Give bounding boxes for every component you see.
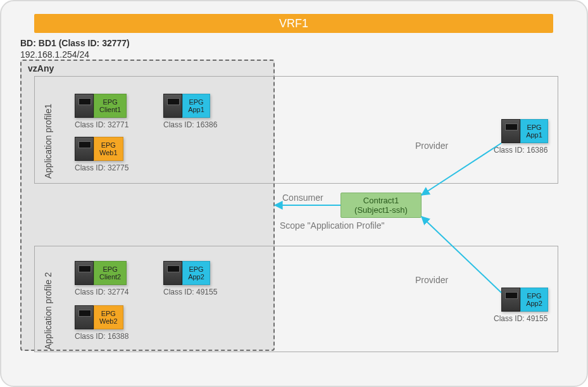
epg-app2-label: EPGApp2 — [182, 261, 210, 285]
consumer-label: Consumer — [282, 193, 323, 203]
epg-web1-label: EPGWeb1 — [94, 137, 123, 161]
epg-app2-classid: Class ID: 49155 — [163, 288, 217, 296]
contract-scope: Scope "Application Profile" — [280, 220, 385, 231]
epg-provider-app1-classid: Class ID: 16386 — [494, 146, 547, 155]
epg-client2-label: EPGClient2 — [94, 261, 127, 285]
ap1-label: Application profile1 — [43, 104, 53, 179]
server-icon — [163, 261, 182, 285]
epg-web1-classid: Class ID: 32775 — [75, 163, 128, 172]
epg-client1: EPGClient1 — [75, 94, 127, 118]
contract-name: Contract1 — [363, 196, 399, 205]
contract-box: Contract1 (Subject1-ssh) — [341, 193, 422, 218]
server-icon — [75, 261, 94, 285]
epg-app1-classid: Class ID: 16386 — [163, 120, 217, 129]
provider-label-1: Provider — [415, 141, 448, 151]
bd-subnet: 192.168.1.254/24 — [20, 49, 89, 60]
ap2-label: Application profile 2 — [43, 272, 53, 350]
server-icon — [163, 94, 182, 118]
vzany-label: vzAny — [28, 63, 54, 73]
bd-header: BD: BD1 (Class ID: 32777) — [20, 38, 130, 48]
server-icon — [75, 94, 94, 118]
server-icon — [501, 288, 520, 312]
server-icon — [501, 119, 520, 143]
epg-provider-app1: EPGApp1 — [501, 119, 548, 143]
epg-client1-label: EPGClient1 — [94, 94, 127, 118]
diagram-canvas: VRF1 BD: BD1 (Class ID: 32777) 192.168.1… — [0, 0, 588, 387]
epg-provider-app2-classid: Class ID: 49155 — [494, 314, 547, 323]
epg-client1-classid: Class ID: 32771 — [75, 120, 128, 129]
epg-web2-label: EPGWeb2 — [94, 305, 123, 329]
epg-provider-app2-label: EPGApp2 — [520, 288, 548, 312]
epg-client2-classid: Class ID: 32774 — [75, 288, 128, 296]
epg-app1: EPGApp1 — [163, 94, 210, 118]
server-icon — [75, 137, 94, 161]
contract-subject: (Subject1-ssh) — [354, 205, 408, 215]
epg-client2: EPGClient2 — [75, 261, 127, 285]
vrf-banner: VRF1 — [34, 14, 553, 33]
epg-app1-label: EPGApp1 — [182, 94, 210, 118]
provider-label-2: Provider — [415, 275, 448, 285]
epg-provider-app1-label: EPGApp1 — [520, 119, 548, 143]
epg-provider-app2: EPGApp2 — [501, 288, 548, 312]
epg-web2-classid: Class ID: 16388 — [75, 332, 128, 341]
epg-web2: EPGWeb2 — [75, 305, 123, 329]
server-icon — [75, 305, 94, 329]
epg-app2: EPGApp2 — [163, 261, 210, 285]
epg-web1: EPGWeb1 — [75, 137, 123, 161]
